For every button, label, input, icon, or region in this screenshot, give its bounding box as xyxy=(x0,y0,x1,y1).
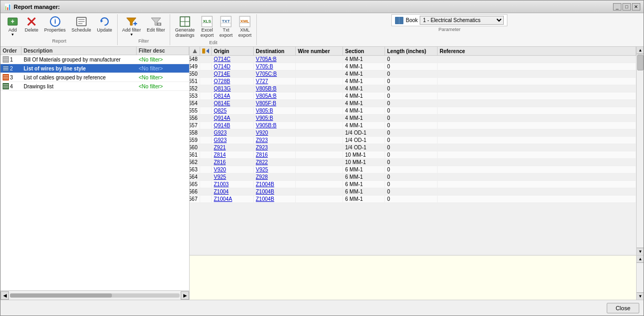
txt-export-button[interactable]: TXT Txt export xyxy=(217,14,235,39)
toolbar-group-edit: Generate drawings XLS Excel export xyxy=(170,14,257,45)
dest-link[interactable]: V805B:B xyxy=(256,86,276,91)
scroll-right-button[interactable]: ▶ xyxy=(181,291,189,300)
dest-link[interactable]: V805A:B xyxy=(256,93,276,99)
cell-dest: Z822 xyxy=(254,159,296,166)
close-window-button[interactable]: ✕ xyxy=(632,3,640,11)
origin-link[interactable]: Z1003 xyxy=(214,181,228,187)
list-item[interactable]: 2 List of wires by line style <No filter… xyxy=(1,64,189,73)
dest-link[interactable]: V727 xyxy=(256,78,268,84)
table-row: 1562 Z816 Z822 10 MM-1 0 xyxy=(190,159,636,166)
origin-link[interactable]: Q914A xyxy=(214,115,230,121)
scroll-left-button[interactable]: ◀ xyxy=(1,291,9,300)
cell-section: 4 MM-1 xyxy=(343,56,385,63)
origin-link[interactable]: Q714C xyxy=(214,56,231,62)
dest-link[interactable]: V905B:B xyxy=(256,123,276,128)
properties-button[interactable]: i Properties xyxy=(41,14,68,38)
edit-filter-label: Edit filter xyxy=(147,27,165,33)
add-label: Add xyxy=(8,27,17,33)
parameter-select[interactable]: 1 - Electrical Schematics xyxy=(420,16,504,25)
list-item[interactable]: 3 List of cables grouped by reference <N… xyxy=(1,73,189,82)
origin-link[interactable]: G923 xyxy=(214,137,226,143)
dest-link[interactable]: Z923 xyxy=(256,145,268,150)
generate-button[interactable]: Generate drawings xyxy=(172,14,198,39)
filter-buttons: Add filter ▼ Edit filter xyxy=(120,14,168,38)
origin-link[interactable]: Z1004A xyxy=(214,196,232,202)
dest-link[interactable]: V705C:B xyxy=(256,71,277,77)
schedule-button[interactable]: Schedule xyxy=(69,14,94,38)
item-desc: List of wires by line style xyxy=(22,65,137,73)
update-button[interactable]: Update xyxy=(95,14,115,38)
table-row: 1552 Q813G V805B:B 4 MM-1 0 xyxy=(190,85,636,93)
origin-link[interactable]: V920 xyxy=(214,167,226,172)
cell-wire xyxy=(296,107,343,114)
dest-link[interactable]: Z816 xyxy=(256,152,268,158)
dest-link[interactable]: V805:B xyxy=(256,108,273,114)
origin-link[interactable]: Z1004 xyxy=(214,189,228,195)
origin-link[interactable]: Z816 xyxy=(214,159,226,165)
dest-link[interactable]: V805F:B xyxy=(256,100,276,106)
cell-length: 0 xyxy=(385,56,438,63)
cell-nav xyxy=(200,196,212,202)
delete-button[interactable]: Delete xyxy=(22,14,41,38)
origin-link[interactable]: Q914B xyxy=(214,123,230,128)
add-button[interactable]: + Add ▼ xyxy=(4,14,22,38)
origin-link[interactable]: G923 xyxy=(214,130,226,136)
cell-ref xyxy=(438,129,636,136)
cell-section: 6 MM-1 xyxy=(343,166,385,173)
origin-link[interactable]: Z921 xyxy=(214,145,226,150)
scroll-up-button[interactable]: ▲ xyxy=(637,47,643,54)
cell-dest: Z816 xyxy=(254,151,296,158)
origin-link[interactable]: Q728B xyxy=(214,78,230,84)
dest-link[interactable]: Z928 xyxy=(256,174,268,180)
svg-marker-10 xyxy=(101,19,103,23)
dest-link[interactable]: V925 xyxy=(256,167,268,172)
toolbar-group-report: + Add ▼ Delete xyxy=(2,14,118,45)
origin-link[interactable]: Q814E xyxy=(214,100,230,106)
dest-link[interactable]: V905:B xyxy=(256,115,273,121)
dest-link[interactable]: Z1004B xyxy=(256,181,274,187)
origin-link[interactable]: Q813G xyxy=(214,86,231,91)
cell-length: 0 xyxy=(385,115,438,121)
scroll-down-button[interactable]: ▼ xyxy=(637,248,643,255)
dest-link[interactable]: V705:B xyxy=(256,64,273,69)
bottom-scroll-up[interactable]: ▲ xyxy=(637,256,643,263)
list-item[interactable]: 1 Bill Of Materials grouped by manufactu… xyxy=(1,55,189,64)
add-filter-button[interactable]: Add filter ▼ xyxy=(120,14,144,38)
origin-link[interactable]: Q825 xyxy=(214,108,226,114)
dest-link[interactable]: Z923 xyxy=(256,137,268,143)
close-button[interactable]: Close xyxy=(607,303,639,313)
dest-link[interactable]: Z822 xyxy=(256,159,268,165)
origin-link[interactable]: Q714E xyxy=(214,71,230,77)
cell-wire xyxy=(296,93,343,99)
bom-icon xyxy=(3,56,9,63)
dest-link[interactable]: Z1004B xyxy=(256,189,274,195)
dest-link[interactable]: Z1004B xyxy=(256,196,274,202)
cell-dest: V705:B xyxy=(254,63,296,70)
edit-filter-button[interactable]: Edit filter xyxy=(144,14,168,38)
excel-export-button[interactable]: XLS Excel export xyxy=(198,14,216,39)
dest-link[interactable]: V705A:B xyxy=(256,56,276,62)
maximize-button[interactable]: □ xyxy=(622,3,631,11)
table-row: 1564 V925 Z928 6 MM-1 0 xyxy=(190,174,636,181)
cell-dest: Z923 xyxy=(254,137,296,144)
left-scroll-thumb xyxy=(10,293,112,298)
cell-ref xyxy=(438,85,636,92)
cell-nav xyxy=(200,188,212,195)
cell-ref xyxy=(438,122,636,129)
col-sort-header[interactable] xyxy=(190,47,200,55)
xml-export-button[interactable]: XML XML export xyxy=(236,14,254,39)
cable-icon xyxy=(3,74,9,80)
col-nav-header[interactable] xyxy=(200,47,212,55)
cell-nav xyxy=(200,144,212,151)
origin-link[interactable]: Q714D xyxy=(214,64,231,69)
origin-link[interactable]: Q814A xyxy=(214,93,230,99)
origin-link[interactable]: Z814 xyxy=(214,152,226,158)
list-item[interactable]: 4 Drawings list <No filter> xyxy=(1,82,189,91)
cell-ref xyxy=(438,196,636,202)
cell-wire xyxy=(296,174,343,180)
dest-link[interactable]: V920 xyxy=(256,130,268,136)
origin-link[interactable]: V925 xyxy=(214,174,226,180)
bottom-scroll-down[interactable]: ▼ xyxy=(637,292,643,300)
cell-section: 1/4 OD-1 xyxy=(343,129,385,136)
minimize-button[interactable]: _ xyxy=(613,3,621,11)
